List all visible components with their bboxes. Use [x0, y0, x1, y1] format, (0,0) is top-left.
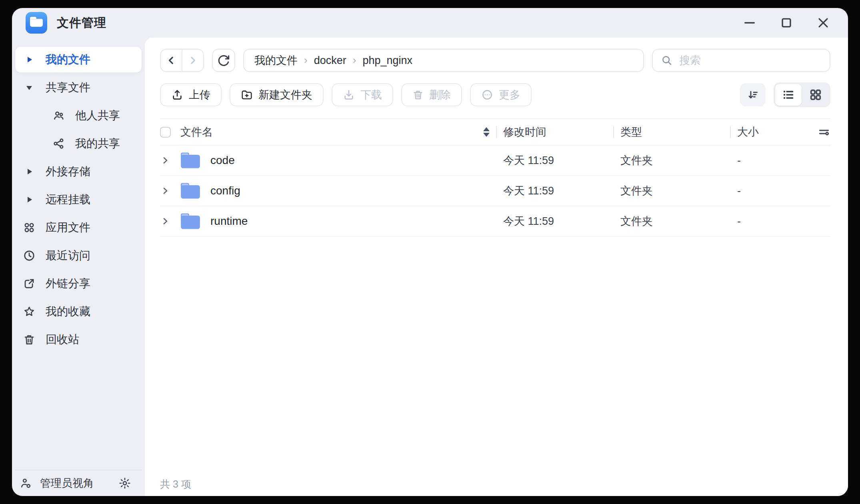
- file-name[interactable]: config: [210, 184, 240, 197]
- list-view-icon: [782, 88, 795, 101]
- clock-icon: [23, 250, 35, 262]
- admin-view-label[interactable]: 管理员视角: [40, 476, 94, 490]
- sidebar-item-recycle-bin[interactable]: 回收站: [15, 327, 142, 352]
- sidebar-item-label: 他人共享: [75, 108, 120, 123]
- file-type: 文件夹: [613, 214, 730, 228]
- sidebar-item-app-files[interactable]: 应用文件: [15, 215, 142, 240]
- toolbar: 上传 新建文件夹 下载: [160, 83, 830, 106]
- sidebar-item-shared-files[interactable]: 共享文件: [15, 75, 142, 100]
- sidebar-item-shared-by-others[interactable]: 他人共享: [15, 103, 142, 128]
- folder-icon: [180, 182, 201, 200]
- select-all-checkbox[interactable]: [160, 127, 171, 138]
- forward-button[interactable]: [182, 50, 203, 71]
- delete-label: 删除: [429, 88, 451, 102]
- file-size: -: [730, 215, 808, 228]
- sidebar-item-label: 最近访问: [46, 248, 90, 263]
- caret-down-icon: [23, 83, 35, 92]
- breadcrumb-segment[interactable]: 我的文件: [254, 53, 298, 68]
- app-title: 文件管理: [57, 15, 106, 31]
- sidebar-item-external-share[interactable]: 外链分享: [15, 271, 142, 296]
- file-type: 文件夹: [613, 184, 730, 198]
- breadcrumb-separator: ›: [304, 54, 308, 66]
- sidebar-item-label: 外链分享: [46, 276, 90, 291]
- sidebar-item-label: 我的收藏: [46, 304, 90, 319]
- column-settings-icon[interactable]: [818, 126, 830, 138]
- caret-right-icon: [23, 167, 35, 176]
- screen: { "app": { "title": "文件管理" }, "window_co…: [0, 0, 860, 504]
- table-row[interactable]: config 今天 11:59 文件夹 -: [160, 176, 830, 206]
- file-name[interactable]: code: [210, 154, 235, 167]
- maximize-button[interactable]: [779, 16, 794, 30]
- sidebar-item-label: 应用文件: [46, 220, 90, 235]
- table-header: 文件名 修改时间 类型 大小: [160, 118, 830, 146]
- sidebar: 我的文件 共享文件 他人共享 我的共享: [12, 38, 145, 496]
- sidebar-item-my-shares[interactable]: 我的共享: [15, 131, 142, 156]
- minimize-button[interactable]: [742, 16, 757, 30]
- file-type: 文件夹: [613, 153, 730, 168]
- file-name[interactable]: runtime: [210, 215, 248, 228]
- download-label: 下载: [360, 88, 382, 102]
- circle-ellipsis-icon: [481, 89, 493, 101]
- close-button[interactable]: [816, 16, 830, 30]
- table-row[interactable]: code 今天 11:59 文件夹 -: [160, 146, 830, 176]
- app-logo-folder-icon: [26, 12, 47, 34]
- window-controls: [742, 16, 830, 30]
- sort-order-button[interactable]: [740, 83, 766, 106]
- expand-chevron-icon[interactable]: [160, 186, 170, 196]
- delete-button[interactable]: 删除: [401, 83, 462, 106]
- items-count: 共 3 项: [160, 478, 191, 491]
- grid-view-button[interactable]: [802, 84, 829, 106]
- breadcrumb-segment[interactable]: php_nginx: [362, 54, 412, 67]
- sidebar-item-my-files[interactable]: 我的文件: [15, 47, 142, 72]
- file-size: -: [730, 185, 808, 197]
- column-header-modified[interactable]: 修改时间: [496, 125, 546, 139]
- admin-user-icon: [20, 477, 32, 489]
- sidebar-item-recent[interactable]: 最近访问: [15, 243, 142, 268]
- sidebar-item-label: 我的共享: [75, 136, 120, 151]
- search-box[interactable]: [652, 49, 830, 72]
- search-icon: [661, 54, 673, 66]
- breadcrumb-segment[interactable]: docker: [314, 54, 346, 67]
- upload-button[interactable]: 上传: [160, 83, 222, 106]
- sidebar-item-label: 共享文件: [46, 80, 90, 95]
- people-icon: [53, 110, 65, 122]
- modified-time: 今天 11:59: [496, 214, 613, 228]
- modified-time: 今天 11:59: [496, 184, 613, 198]
- more-button[interactable]: 更多: [470, 83, 532, 106]
- caret-right-icon: [23, 195, 35, 204]
- sidebar-item-favorites[interactable]: 我的收藏: [15, 299, 142, 324]
- new-folder-button[interactable]: 新建文件夹: [230, 83, 324, 106]
- column-header-name[interactable]: 文件名: [180, 125, 213, 139]
- sort-arrows-icon[interactable]: [483, 127, 490, 137]
- expand-chevron-icon[interactable]: [160, 156, 170, 165]
- upload-label: 上传: [189, 88, 210, 102]
- folder-icon: [180, 212, 201, 230]
- breadcrumb[interactable]: 我的文件 › docker › php_nginx: [243, 49, 644, 72]
- sidebar-item-label: 远程挂载: [46, 192, 90, 207]
- file-size: -: [730, 154, 808, 167]
- trash-icon: [412, 89, 424, 100]
- view-mode-toggle: [774, 82, 830, 107]
- more-label: 更多: [499, 88, 520, 102]
- external-link-icon: [23, 278, 35, 290]
- back-button[interactable]: [161, 50, 182, 71]
- gear-icon[interactable]: [118, 477, 131, 490]
- list-view-button[interactable]: [775, 84, 802, 106]
- grid-view-icon: [809, 88, 822, 101]
- table-row[interactable]: runtime 今天 11:59 文件夹 -: [160, 206, 830, 237]
- download-button[interactable]: 下载: [332, 83, 393, 106]
- refresh-button[interactable]: [212, 49, 235, 72]
- folder-icon: [180, 152, 201, 169]
- sort-descending-icon: [747, 89, 759, 101]
- column-header-size[interactable]: 大小: [730, 125, 759, 139]
- search-input[interactable]: [678, 54, 822, 67]
- status-bar: 共 3 项: [160, 472, 830, 496]
- sidebar-item-remote-mount[interactable]: 远程挂载: [15, 187, 142, 212]
- expand-chevron-icon[interactable]: [160, 216, 170, 226]
- title-bar: 文件管理: [12, 8, 848, 38]
- sidebar-item-external-storage[interactable]: 外接存储: [15, 159, 142, 184]
- caret-right-icon: [23, 55, 35, 64]
- sidebar-item-label: 回收站: [46, 332, 79, 347]
- app-grid-icon: [23, 222, 35, 234]
- column-header-type[interactable]: 类型: [613, 125, 642, 139]
